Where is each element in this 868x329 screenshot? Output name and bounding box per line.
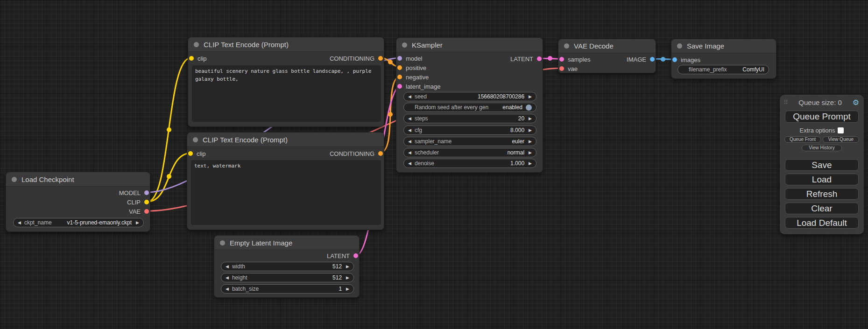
input-port-model[interactable]: model: [397, 55, 422, 62]
node-load-checkpoint[interactable]: Load Checkpoint MODEL CLIP VAE ◀ ckpt_na…: [6, 172, 150, 232]
decrement-arrow-icon[interactable]: ◀: [408, 161, 411, 166]
widget-value: 512: [332, 274, 342, 281]
port-dot-conditioning[interactable]: [378, 151, 383, 156]
increment-arrow-icon[interactable]: ▶: [346, 265, 349, 269]
queue-front-button[interactable]: Queue Front: [784, 136, 821, 143]
port-dot-vae[interactable]: [144, 209, 149, 214]
output-port-model[interactable]: MODEL: [119, 189, 149, 196]
increment-arrow-icon[interactable]: ▶: [529, 161, 532, 166]
increment-arrow-icon[interactable]: ▶: [529, 151, 532, 155]
node-clip-text-encode-positive[interactable]: CLIP Text Encode (Prompt) clip CONDITION…: [188, 37, 384, 127]
decrement-arrow-icon[interactable]: ◀: [408, 117, 411, 121]
queue-prompt-button[interactable]: Queue Prompt: [785, 111, 859, 123]
extra-options-checkbox[interactable]: [838, 127, 844, 133]
filename-prefix-field[interactable]: filename_prefix ComfyUI: [677, 65, 769, 74]
port-dot-latent[interactable]: [353, 253, 358, 258]
input-port-positive[interactable]: positive: [397, 64, 426, 71]
input-port-latent-image[interactable]: latent_image: [397, 83, 440, 90]
load-button[interactable]: Load: [785, 174, 859, 185]
node-vae-decode[interactable]: VAE Decode samples vae IMAGE: [558, 39, 656, 73]
node-save-image[interactable]: Save Image images filename_prefix ComfyU…: [671, 39, 776, 79]
seed-stepper[interactable]: ◀ seed 156680208700286 ▶: [403, 92, 536, 101]
increment-arrow-icon[interactable]: ▶: [529, 140, 532, 144]
port-dot-latent[interactable]: [559, 57, 564, 62]
increment-arrow-icon[interactable]: ▶: [529, 95, 532, 99]
view-queue-button[interactable]: View Queue: [823, 136, 859, 143]
node-graph-canvas[interactable]: Load Checkpoint MODEL CLIP VAE ◀ ckpt_na…: [0, 0, 868, 329]
decrement-arrow-icon[interactable]: ◀: [408, 151, 411, 155]
widget-label: ckpt_name: [24, 219, 52, 226]
port-dot-conditioning[interactable]: [397, 75, 402, 79]
increment-arrow-icon[interactable]: ▶: [346, 287, 349, 291]
node-title-bar[interactable]: CLIP Text Encode (Prompt): [188, 37, 384, 52]
input-port-vae[interactable]: vae: [559, 65, 578, 72]
input-port-clip[interactable]: clip: [188, 150, 206, 157]
node-title-bar[interactable]: Load Checkpoint: [6, 172, 150, 187]
port-dot-model[interactable]: [144, 190, 149, 195]
port-label: images: [681, 56, 700, 63]
prompt-textarea[interactable]: beautiful scenery nature glass bottle la…: [192, 65, 381, 122]
port-dot-clip[interactable]: [189, 56, 194, 61]
port-dot-model[interactable]: [397, 56, 402, 61]
output-port-image[interactable]: IMAGE: [627, 56, 655, 63]
decrement-arrow-icon[interactable]: ◀: [408, 128, 411, 133]
toggle-knob[interactable]: [526, 105, 532, 111]
increment-arrow-icon[interactable]: ▶: [529, 128, 532, 133]
random-seed-toggle[interactable]: Random seed after every gen enabled: [403, 103, 536, 112]
decrement-arrow-icon[interactable]: ◀: [226, 287, 229, 291]
output-port-latent[interactable]: LATENT: [510, 55, 542, 63]
batch-size-stepper[interactable]: ◀ batch_size 1 ▶: [221, 284, 354, 294]
port-dot-clip[interactable]: [144, 200, 149, 204]
sampler-name-combo[interactable]: ◀ sampler_name euler ▶: [403, 137, 536, 146]
port-dot-image[interactable]: [672, 57, 677, 62]
load-default-button[interactable]: Load Default: [785, 217, 859, 229]
node-clip-text-encode-negative[interactable]: CLIP Text Encode (Prompt) clip CONDITION…: [187, 132, 384, 230]
input-port-clip[interactable]: clip: [189, 55, 207, 62]
steps-stepper[interactable]: ◀ steps 20 ▶: [403, 114, 536, 123]
scheduler-combo[interactable]: ◀ scheduler normal ▶: [403, 148, 536, 157]
width-stepper[interactable]: ◀ width 512 ▶: [221, 262, 354, 271]
node-ksampler[interactable]: KSampler model positive negative latent_…: [396, 37, 543, 173]
queue-panel[interactable]: ⠿ Queue size: 0 ⚙ Queue Prompt Extra opt…: [780, 95, 864, 234]
input-port-samples[interactable]: samples: [559, 56, 590, 63]
port-dot-latent[interactable]: [537, 56, 542, 61]
node-title-bar[interactable]: Save Image: [671, 39, 776, 53]
decrement-arrow-icon[interactable]: ◀: [18, 221, 21, 225]
prompt-textarea[interactable]: text, watermark: [191, 160, 381, 225]
decrement-arrow-icon[interactable]: ◀: [226, 276, 229, 280]
increment-arrow-icon[interactable]: ▶: [136, 221, 139, 225]
input-port-negative[interactable]: negative: [397, 73, 429, 81]
node-title-bar[interactable]: Empty Latent Image: [214, 236, 359, 250]
settings-gear-icon[interactable]: ⚙: [853, 99, 859, 106]
port-dot-image[interactable]: [650, 57, 655, 62]
drag-handle-icon[interactable]: ⠿: [783, 99, 788, 105]
cfg-stepper[interactable]: ◀ cfg 8.000 ▶: [403, 126, 536, 135]
increment-arrow-icon[interactable]: ▶: [346, 276, 349, 280]
ckpt-name-combo[interactable]: ◀ ckpt_name v1-5-pruned-emaonly.ckpt ▶: [13, 218, 144, 227]
node-empty-latent-image[interactable]: Empty Latent Image LATENT ◀ width 512 ▶ …: [214, 235, 360, 298]
output-port-clip[interactable]: CLIP: [127, 198, 149, 206]
output-port-conditioning[interactable]: CONDITIONING: [330, 55, 383, 62]
decrement-arrow-icon[interactable]: ◀: [226, 265, 229, 269]
denoise-stepper[interactable]: ◀ denoise 1.000 ▶: [403, 159, 536, 168]
port-dot-vae[interactable]: [559, 66, 564, 71]
port-dot-conditioning[interactable]: [397, 65, 402, 70]
increment-arrow-icon[interactable]: ▶: [529, 117, 532, 121]
save-button[interactable]: Save: [785, 159, 859, 171]
input-port-images[interactable]: images: [672, 56, 700, 63]
port-dot-clip[interactable]: [188, 151, 193, 156]
port-dot-conditioning[interactable]: [378, 56, 383, 61]
decrement-arrow-icon[interactable]: ◀: [408, 95, 411, 99]
node-title-bar[interactable]: VAE Decode: [558, 39, 656, 53]
node-title-bar[interactable]: CLIP Text Encode (Prompt): [187, 133, 384, 147]
refresh-button[interactable]: Refresh: [785, 188, 859, 200]
output-port-conditioning[interactable]: CONDITIONING: [330, 150, 383, 157]
decrement-arrow-icon[interactable]: ◀: [408, 140, 411, 144]
height-stepper[interactable]: ◀ height 512 ▶: [221, 273, 354, 282]
clear-button[interactable]: Clear: [785, 203, 859, 214]
output-port-latent[interactable]: LATENT: [327, 252, 358, 259]
view-history-button[interactable]: View History: [802, 145, 842, 151]
node-title-bar[interactable]: KSampler: [396, 38, 543, 52]
output-port-vae[interactable]: VAE: [129, 208, 149, 215]
port-dot-latent[interactable]: [397, 84, 402, 89]
